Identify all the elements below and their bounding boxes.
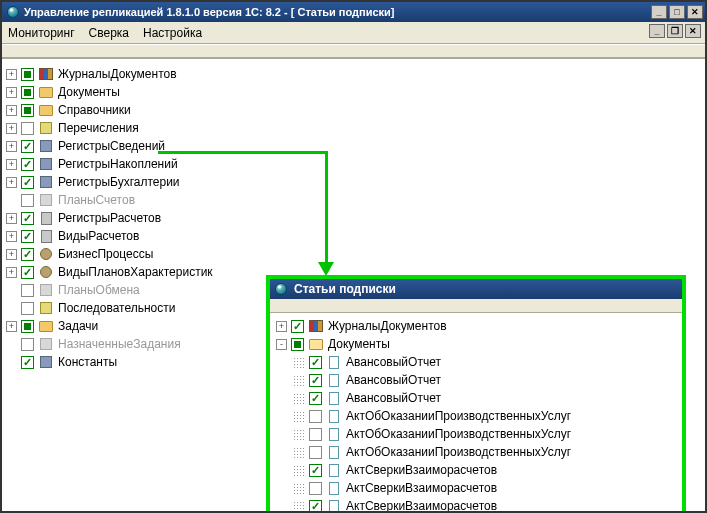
folder-icon [38,103,54,117]
checkbox[interactable] [21,158,34,171]
checkbox[interactable] [21,104,34,117]
tree-row[interactable]: АвансовыйОтчет [276,389,676,407]
mdi-minimize-button[interactable]: _ [649,24,665,38]
tree-row[interactable]: +Перечисления [6,119,266,137]
tree-row[interactable]: АктОбОказанииПроизводственныхУслуг [276,443,676,461]
tree-row[interactable]: АвансовыйОтчет [276,371,676,389]
checkbox[interactable] [21,284,34,297]
folder-icon [38,319,54,333]
checkbox[interactable] [21,212,34,225]
tool-icon [38,355,54,369]
checkbox[interactable] [309,374,322,387]
expander-icon[interactable]: + [6,105,17,116]
tree-row[interactable]: +Документы [6,83,266,101]
checkbox[interactable] [21,86,34,99]
expander-icon[interactable]: + [6,69,17,80]
tree-row[interactable]: +ЖурналыДокументов [276,317,676,335]
checkbox[interactable] [309,356,322,369]
tool-icon [38,175,54,189]
tree-row[interactable]: ПланыСчетов [6,191,266,209]
expander-icon [6,357,17,368]
menu-sverka[interactable]: Сверка [89,26,129,40]
checkbox[interactable] [291,338,304,351]
minimize-button[interactable]: _ [651,5,667,19]
tree-label: Последовательности [58,301,175,315]
tree-label: АвансовыйОтчет [346,391,441,405]
main-tree[interactable]: +ЖурналыДокументов+Документы+Справочники… [6,65,266,371]
close-button[interactable]: ✕ [687,5,703,19]
checkbox[interactable] [21,302,34,315]
cube-icon [38,121,54,135]
checkbox[interactable] [21,176,34,189]
expander-icon [294,447,305,458]
titlebar[interactable]: Управление репликацией 1.8.1.0 версия 1С… [2,2,705,22]
expander-icon[interactable]: + [276,321,287,332]
tree-row[interactable]: ПланыОбмена [6,281,266,299]
menu-monitoring[interactable]: Мониторинг [8,26,75,40]
checkbox[interactable] [309,482,322,495]
tree-row[interactable]: АктСверкиВзаиморасчетов [276,479,676,497]
checkbox[interactable] [309,464,322,477]
tree-row[interactable]: АктСверкиВзаиморасчетов [276,461,676,479]
checkbox[interactable] [21,248,34,261]
expander-icon[interactable]: + [6,177,17,188]
expander-icon [6,285,17,296]
checkbox[interactable] [309,446,322,459]
mdi-close-button[interactable]: ✕ [685,24,701,38]
checkbox[interactable] [21,194,34,207]
checkbox[interactable] [21,230,34,243]
tree-row[interactable]: +Справочники [6,101,266,119]
tree-row[interactable]: АктСверкиВзаиморасчетов [276,497,676,511]
checkbox[interactable] [291,320,304,333]
expander-icon[interactable]: - [276,339,287,350]
checkbox[interactable] [21,266,34,279]
expander-icon[interactable]: + [6,231,17,242]
checkbox[interactable] [309,392,322,405]
expander-icon[interactable]: + [6,321,17,332]
tree-row[interactable]: +ВидыРасчетов [6,227,266,245]
checkbox[interactable] [309,410,322,423]
checkbox[interactable] [21,338,34,351]
tree-row[interactable]: +БизнесПроцессы [6,245,266,263]
checkbox[interactable] [21,320,34,333]
tree-label: РегистрыБухгалтерии [58,175,180,189]
tree-label: ЖурналыДокументов [328,319,447,333]
tree-row[interactable]: +РегистрыНакоплений [6,155,266,173]
menu-settings[interactable]: Настройка [143,26,202,40]
tree-label: Задачи [58,319,98,333]
tree-row[interactable]: АктОбОказанииПроизводственныхУслуг [276,425,676,443]
tree-row[interactable]: АктОбОказанииПроизводственныхУслуг [276,407,676,425]
tree-row[interactable]: Константы [6,353,266,371]
tree-row[interactable]: Последовательности [6,299,266,317]
tree-row[interactable]: НазначенныеЗадания [6,335,266,353]
expander-icon[interactable]: + [6,249,17,260]
tree-row[interactable]: +РегистрыРасчетов [6,209,266,227]
expander-icon[interactable]: + [6,141,17,152]
checkbox[interactable] [21,68,34,81]
tree-row[interactable]: +Задачи [6,317,266,335]
doc-icon [326,391,342,405]
expander-icon[interactable]: + [6,159,17,170]
checkbox[interactable] [21,140,34,153]
mdi-restore-button[interactable]: ❐ [667,24,683,38]
tree-label: АктОбОказанииПроизводственныхУслуг [346,445,571,459]
tree-row[interactable]: -Документы [276,335,676,353]
tree-row[interactable]: +ВидыПлановХарактеристик [6,263,266,281]
checkbox[interactable] [21,122,34,135]
expander-icon[interactable]: + [6,87,17,98]
expander-icon[interactable]: + [6,123,17,134]
tree-row[interactable]: +РегистрыБухгалтерии [6,173,266,191]
expander-icon[interactable]: + [6,267,17,278]
tree-row[interactable]: АвансовыйОтчет [276,353,676,371]
grey-icon [38,193,54,207]
maximize-button[interactable]: □ [669,5,685,19]
checkbox[interactable] [21,356,34,369]
popup-titlebar[interactable]: Статьи подписки [270,279,682,299]
checkbox[interactable] [309,428,322,441]
annotation-arrow-head [318,262,334,276]
tree-label: ВидыРасчетов [58,229,139,243]
tree-row[interactable]: +ЖурналыДокументов [6,65,266,83]
popup-tree[interactable]: +ЖурналыДокументов-ДокументыАвансовыйОтч… [270,313,682,511]
expander-icon[interactable]: + [6,213,17,224]
checkbox[interactable] [309,500,322,512]
